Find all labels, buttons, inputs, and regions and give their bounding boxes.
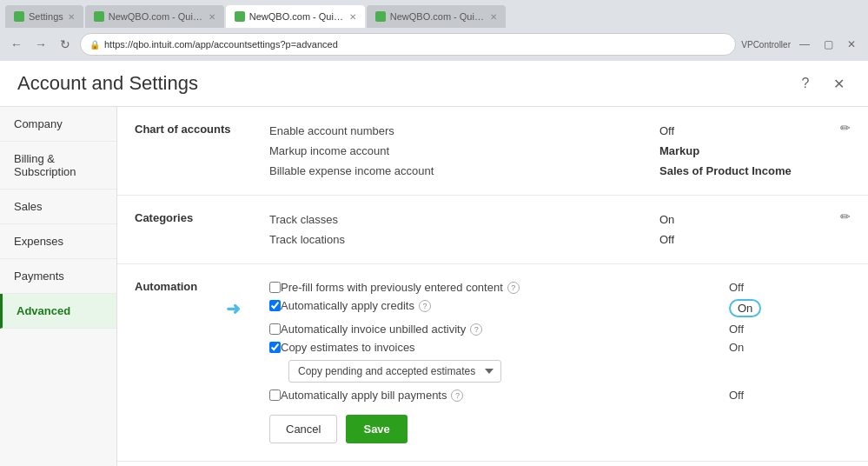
tab-favicon-3 [235,11,245,22]
row-auto-bill: Automatically apply bill payments ? Off [269,386,816,404]
help-icon-auto-credits[interactable]: ? [419,300,431,312]
row-track-classes: Track classes On [269,210,816,230]
help-button[interactable]: ? [793,71,818,96]
sidebar-item-expenses[interactable]: Expenses [0,224,116,259]
tab-close-icon[interactable]: ✕ [68,12,75,22]
section-categories: Categories Track classes On Track locati… [117,196,868,264]
section-label-categories: Categories [135,210,269,224]
sidebar-item-company[interactable]: Company [0,107,116,142]
tab-title-4: NewQBO.com - QuickB... [390,11,486,22]
row-auto-invoice: Automatically invoice unbilled activity … [269,320,816,338]
sidebar-item-billing[interactable]: Billing & Subscription [0,142,116,190]
edit-icon-chart[interactable]: ✏ [840,121,851,135]
tab-favicon-2 [94,11,104,22]
row-billable-expense: Billable expense income account Sales of… [269,161,816,181]
label-prefill: Pre-fill forms with previously entered c… [281,281,729,294]
chart-of-accounts-content: Enable account numbers Off Markup income… [269,121,816,181]
status-auto-credits: On [729,299,816,317]
vpcontroller-label: VPController [741,40,791,50]
section-time-tracking: Time tracking Add Service field to times… [117,462,868,466]
tab-title-2: NewQBO.com - QuickB... [109,11,204,22]
forward-button[interactable]: → [31,35,50,54]
value-markup-income: Markup [659,144,816,157]
section-automation: Automation Pre-fill forms with previousl… [117,264,868,462]
on-badge-auto-credits: On [729,299,761,317]
sidebar-item-advanced[interactable]: Advanced [0,294,116,329]
sidebar-item-sales[interactable]: Sales [0,190,116,224]
app-body: Company Billing & Subscription Sales Exp… [0,107,868,466]
checkbox-row-auto-invoice: Automatically invoice unbilled activity … [269,323,729,336]
value-enable-account-numbers: Off [659,124,816,137]
browser-actions: VPController — ▢ ✕ [741,38,861,50]
tab-qbo2[interactable]: NewQBO.com - QuickB... ✕ [226,5,365,28]
tab-qbo1[interactable]: NewQBO.com - QuickB... ✕ [85,5,224,28]
maximize-button[interactable]: ▢ [818,38,838,50]
help-icon-auto-invoice[interactable]: ? [470,323,482,336]
dropdown-row-estimates: Copy pending and accepted estimates [269,356,816,386]
close-button[interactable]: ✕ [826,71,851,96]
sidebar-item-payments[interactable]: Payments [0,259,116,294]
status-auto-bill: Off [729,389,816,402]
tab-favicon-4 [375,11,386,22]
window-close-button[interactable]: ✕ [842,38,861,50]
back-button[interactable]: ← [7,35,26,54]
label-auto-credits: Automatically apply credits ? [281,299,729,312]
checkbox-row-copy-estimates: Copy estimates to invoices [269,341,729,354]
setting-enable-account-numbers: Enable account numbers [269,124,651,137]
row-auto-credits: ➜ Automatically apply credits ? On [269,296,816,320]
categories-content: Track classes On Track locations Off [269,210,816,250]
tab-settings[interactable]: Settings ✕ [5,5,83,28]
reload-button[interactable]: ↻ [56,35,75,54]
secure-icon: 🔒 [89,40,100,50]
tab-title-3: NewQBO.com - QuickB... [249,11,345,22]
value-billable-expense: Sales of Product Income [659,164,816,177]
label-copy-estimates: Copy estimates to invoices [281,341,729,354]
row-enable-account-numbers: Enable account numbers Off [269,121,816,141]
tab-qbo3[interactable]: NewQBO.com - QuickB... ✕ [367,5,506,28]
checkbox-prefill[interactable] [269,282,281,293]
setting-markup-income: Markup income account [269,144,651,157]
browser-chrome: Settings ✕ NewQBO.com - QuickB... ✕ NewQ… [0,0,868,61]
row-markup-income: Markup income account Markup [269,141,816,161]
address-field[interactable]: 🔒 https://qbo.intuit.com/app/accountsett… [80,33,736,56]
checkbox-auto-credits[interactable] [269,300,281,311]
minimize-button[interactable]: — [794,38,815,50]
checkbox-auto-bill[interactable] [269,389,281,401]
status-copy-estimates: On [729,341,816,354]
row-prefill: Pre-fill forms with previously entered c… [269,278,816,296]
tab-close-icon-2[interactable]: ✕ [209,12,215,22]
label-auto-invoice: Automatically invoice unbilled activity … [281,323,729,336]
edit-icon-categories[interactable]: ✏ [840,210,851,223]
setting-billable-expense: Billable expense income account [269,164,651,177]
tab-favicon [14,11,24,22]
main-content: Chart of accounts Enable account numbers… [117,107,868,466]
checkbox-row-auto-bill: Automatically apply bill payments ? [269,389,729,402]
blue-arrow-annotation: ➜ [226,298,241,319]
app-container: Account and Settings ? ✕ Company Billing… [0,61,868,466]
tab-bar: Settings ✕ NewQBO.com - QuickB... ✕ NewQ… [0,0,868,28]
help-icon-prefill[interactable]: ? [507,282,520,294]
checkbox-auto-invoice[interactable] [269,323,281,335]
checkbox-row-prefill: Pre-fill forms with previously entered c… [269,281,729,294]
cancel-button[interactable]: Cancel [269,415,337,443]
row-track-locations: Track locations Off [269,230,816,250]
setting-track-locations: Track locations [269,233,651,246]
tab-close-icon-3[interactable]: ✕ [349,12,356,22]
sidebar: Company Billing & Subscription Sales Exp… [0,107,117,466]
section-chart-of-accounts: Chart of accounts Enable account numbers… [117,107,868,196]
estimates-dropdown[interactable]: Copy pending and accepted estimates [288,360,501,383]
help-icon-auto-bill[interactable]: ? [451,389,463,402]
tab-close-icon-4[interactable]: ✕ [490,12,497,22]
section-label-automation: Automation [135,278,269,293]
section-edit-categories: ✏ [816,210,851,223]
automation-content: Pre-fill forms with previously entered c… [269,278,816,447]
checkbox-copy-estimates[interactable] [269,342,281,353]
action-row: Cancel Save [269,404,816,447]
page-title: Account and Settings [17,72,198,95]
address-bar: ← → ↻ 🔒 https://qbo.intuit.com/app/accou… [0,28,868,61]
value-track-locations: Off [659,233,816,246]
app-header: Account and Settings ? ✕ [0,61,868,107]
status-prefill: Off [729,281,816,294]
save-button[interactable]: Save [346,415,407,443]
section-label-chart: Chart of accounts [135,121,269,136]
